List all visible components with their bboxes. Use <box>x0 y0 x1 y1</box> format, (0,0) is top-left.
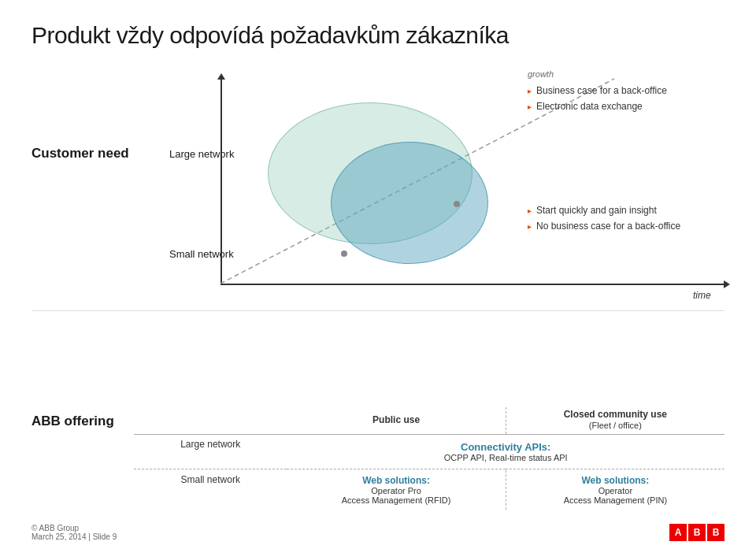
ocpp-api-text: OCPP API, Real-time status API <box>295 453 717 462</box>
table-row-small-network: Small network Web solutions: Operator Pr… <box>134 470 724 510</box>
footer-text: © ABB Group March 25, 2014 | Slide 9 <box>32 524 117 541</box>
connectivity-apis-label: Connectivity APIs: <box>295 441 717 453</box>
bullet-large-1: Business case for a back-office <box>528 85 667 96</box>
time-label: time <box>693 290 711 301</box>
large-network-dot <box>454 201 460 207</box>
col-header-public: Public use <box>287 407 506 435</box>
abb-logo-c: B <box>707 524 724 541</box>
footer: © ABB Group March 25, 2014 | Slide 9 A B… <box>32 524 724 541</box>
web-solutions-left-label: Web solutions: <box>295 475 497 486</box>
bullet-small-2: No business case for a back-office <box>528 221 680 232</box>
web-solutions-left-cell: Web solutions: Operator Pro Access Manag… <box>287 470 506 510</box>
col-header-empty <box>134 407 287 435</box>
bottom-section: ABB offering Public use Closed community… <box>32 407 724 510</box>
slide-title: Produkt vždy odpovídá požadavkům zákazní… <box>32 22 724 49</box>
table-row-large-network: Large network Connectivity APIs: OCPP AP… <box>134 434 724 469</box>
top-section: Customer need Large network Small networ… <box>32 63 724 307</box>
offering-table: Public use Closed community use(Fleet / … <box>134 407 724 510</box>
web-solutions-right-label: Web solutions: <box>514 475 717 486</box>
x-axis <box>220 284 724 285</box>
slide: Produkt vždy odpovídá požadavkům zákazní… <box>0 0 756 549</box>
web-solutions-right-cell: Web solutions: Operator Access Managemen… <box>506 470 724 510</box>
section-separator <box>32 310 724 311</box>
abb-logo-a: A <box>669 524 687 541</box>
abb-offering-label: ABB offering <box>32 414 114 429</box>
footer-line2: March 25, 2014 | Slide 9 <box>32 532 117 541</box>
small-ellipse <box>331 142 488 264</box>
bullet-large-2: Electronic data exchange <box>528 101 667 112</box>
col-header-closed: Closed community use(Fleet / office) <box>506 407 724 435</box>
bullet-small-1: Start quickly and gain insight <box>528 205 680 216</box>
large-network-bullets: Business case for a back-office Electron… <box>528 85 667 117</box>
small-network-dot <box>341 250 347 257</box>
footer-line1: © ABB Group <box>32 524 117 532</box>
operator-text: Operator <box>514 486 717 495</box>
diagram-area: growth time Business case for a back-off… <box>142 63 756 307</box>
access-rfid-text: Access Management (RFID) <box>295 495 497 505</box>
abb-logo: A B B <box>669 524 724 541</box>
abb-logo-b: B <box>688 524 706 541</box>
connectivity-apis-cell: Connectivity APIs: OCPP API, Real-time s… <box>287 434 724 469</box>
small-network-table-label: Small network <box>134 470 287 510</box>
large-network-table-label: Large network <box>134 434 287 469</box>
small-network-bullets: Start quickly and gain insight No busine… <box>528 205 680 236</box>
table-header-row: Public use Closed community use(Fleet / … <box>134 407 724 435</box>
operator-pro-text: Operator Pro <box>295 486 497 495</box>
access-pin-text: Access Management (PIN) <box>514 495 717 505</box>
customer-need-label: Customer need <box>32 146 129 161</box>
